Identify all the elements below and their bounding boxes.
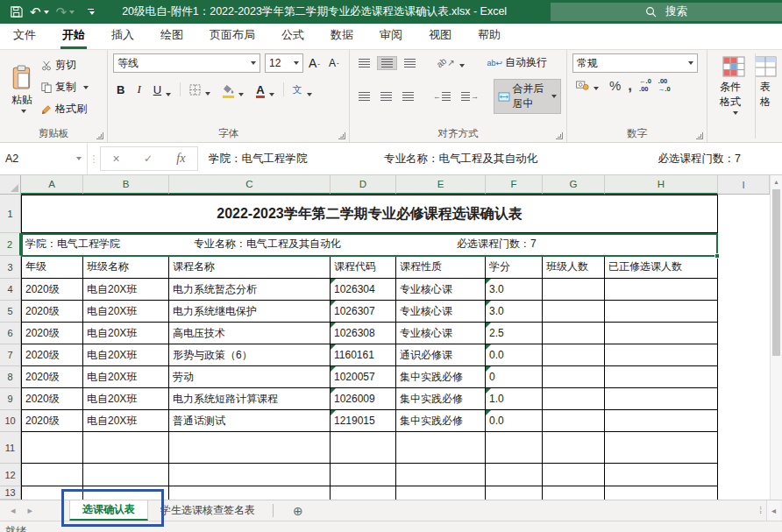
confirm-entry-button[interactable]: ✓ <box>144 153 153 165</box>
cell-B8[interactable]: 电自20X班 <box>83 366 169 388</box>
save-icon[interactable] <box>7 4 25 20</box>
row-header-9[interactable]: 9 <box>0 388 21 410</box>
column-header-C[interactable]: C <box>169 175 331 195</box>
hscroll-left-icon[interactable]: ◂ <box>766 500 780 521</box>
align-top-button[interactable] <box>355 57 373 69</box>
align-bottom-button[interactable] <box>401 57 419 69</box>
cell-F7[interactable]: 0.0 <box>486 344 543 366</box>
column-header-D[interactable]: D <box>331 175 396 195</box>
formula-content[interactable]: 学院：电气工程学院 专业名称：电气工程及其自动化 必选课程门数：7 <box>198 143 782 174</box>
cell-C4[interactable]: 电力系统暂态分析 <box>169 279 331 301</box>
row-header-1[interactable]: 1 <box>0 195 21 233</box>
customize-qat-button[interactable] <box>84 7 97 17</box>
font-name-combobox[interactable]: 等线 <box>113 53 260 73</box>
decrease-decimal-button[interactable]: .00→.0 <box>658 78 671 93</box>
row-header-7[interactable]: 7 <box>0 344 21 366</box>
scroll-up-icon[interactable]: ▲ <box>771 175 782 188</box>
cell-F9[interactable]: 1.0 <box>486 388 543 410</box>
sheet-tab-active[interactable]: 选课确认表 <box>69 500 148 521</box>
ribbon-tab-view[interactable]: 视图 <box>416 22 465 49</box>
cell-A5[interactable]: 2020级 <box>21 301 83 323</box>
cell-D10[interactable]: 1219015 <box>331 410 396 432</box>
cell-B7[interactable]: 电自20X班 <box>83 344 169 366</box>
conditional-formatting-button[interactable]: 条件格式 <box>713 53 755 138</box>
cell-E10[interactable]: 集中实践必修 <box>396 410 486 432</box>
cell-D8[interactable]: 1020057 <box>331 366 396 388</box>
row-header-13[interactable]: 13 <box>0 486 21 500</box>
sheet-tab-inactive[interactable]: 学生选课核查签名表 <box>148 500 267 521</box>
increase-decimal-button[interactable]: ←.0.00 <box>639 78 651 93</box>
sheet-nav-right-icon[interactable]: ▸ <box>28 505 33 516</box>
cell-F11[interactable] <box>486 432 543 464</box>
paste-button[interactable]: 粘贴 <box>5 53 39 124</box>
ribbon-tab-formulas[interactable]: 公式 <box>268 22 317 49</box>
name-box[interactable]: A2 <box>0 143 88 174</box>
cell-G8[interactable] <box>543 366 605 388</box>
cell-A9[interactable]: 2020级 <box>21 388 83 410</box>
select-all-corner[interactable] <box>0 175 21 195</box>
cell-D7[interactable]: 1160161 <box>331 344 396 366</box>
cell-E7[interactable]: 通识必修课 <box>396 344 486 366</box>
cell-G9[interactable] <box>543 388 605 410</box>
cell-G5[interactable] <box>543 301 605 323</box>
cell-H10[interactable] <box>605 410 718 432</box>
cell-C7[interactable]: 形势与政策（6） <box>169 344 331 366</box>
column-header-F[interactable]: F <box>486 175 543 195</box>
cell-F6[interactable]: 2.5 <box>486 323 543 344</box>
cell-A7[interactable]: 2020级 <box>21 344 83 366</box>
cell-G13[interactable] <box>543 486 605 500</box>
cell-D3[interactable]: 课程代码 <box>331 256 396 279</box>
cell-A10[interactable]: 2020级 <box>21 410 83 432</box>
orientation-button[interactable]: ab↗ <box>433 56 468 69</box>
ribbon-tab-file[interactable]: 文件 <box>0 22 49 49</box>
cell-C13[interactable] <box>169 486 331 500</box>
cell-C11[interactable] <box>169 432 331 464</box>
cell-G12[interactable] <box>543 464 605 486</box>
copy-button[interactable]: 复制 <box>39 78 91 96</box>
borders-button[interactable] <box>186 82 214 97</box>
cell-H11[interactable] <box>605 432 718 464</box>
merge-center-button[interactable]: 合并后居中 <box>494 79 562 114</box>
column-header-E[interactable]: E <box>396 175 486 195</box>
cell-G11[interactable] <box>543 432 605 464</box>
row-header-4[interactable]: 4 <box>0 279 21 301</box>
cell-D12[interactable] <box>331 464 396 486</box>
alignment-dialog-launcher[interactable] <box>556 132 563 139</box>
decrease-font-button[interactable]: Aˇ <box>325 55 343 71</box>
row-header-6[interactable]: 6 <box>0 323 21 344</box>
row-header-11[interactable]: 11 <box>0 432 21 464</box>
wrap-text-button[interactable]: ab↩ 自动换行 <box>484 53 551 72</box>
cell-A1-title[interactable]: 2022-2023学年第二学期专业必修课程选课确认表 <box>21 195 718 233</box>
cell-H5[interactable] <box>605 301 718 323</box>
cell-B13[interactable] <box>83 486 169 500</box>
cell-G7[interactable] <box>543 344 605 366</box>
new-sheet-button[interactable]: ⊕ <box>279 500 317 521</box>
cell-A6[interactable]: 2020级 <box>21 323 83 344</box>
column-header-G[interactable]: G <box>543 175 605 195</box>
cell-F4[interactable]: 3.0 <box>486 279 543 301</box>
column-header-I[interactable]: I <box>718 175 770 195</box>
row-header-12[interactable]: 12 <box>0 464 21 486</box>
cell-F8[interactable]: 0 <box>486 366 543 388</box>
cell-E4[interactable]: 专业核心课 <box>396 279 486 301</box>
cell-E5[interactable]: 专业核心课 <box>396 301 486 323</box>
phonetic-guide-button[interactable]: 文 <box>289 82 316 98</box>
cell-C5[interactable]: 电力系统继电保护 <box>169 301 331 323</box>
cell-G10[interactable] <box>543 410 605 432</box>
italic-button[interactable]: I <box>133 81 144 98</box>
cell-F5[interactable]: 3.0 <box>486 301 543 323</box>
cell-H12[interactable] <box>605 464 718 486</box>
cell-C12[interactable] <box>169 464 331 486</box>
cell-C3[interactable]: 课程名称 <box>169 256 331 279</box>
format-as-table-button[interactable]: 表格 <box>755 53 777 138</box>
row-header-5[interactable]: 5 <box>0 301 21 323</box>
column-header-H[interactable]: H <box>605 175 718 195</box>
redo-button[interactable]: ↷ <box>53 4 78 20</box>
cell-G6[interactable] <box>543 323 605 344</box>
cell-A11[interactable] <box>21 432 83 464</box>
cell-A2-info[interactable]: 学院：电气工程学院 专业名称：电气工程及其自动化 必选课程门数：7 <box>21 233 718 256</box>
vertical-scrollbar[interactable]: ▲ <box>770 175 782 500</box>
ribbon-tab-review[interactable]: 审阅 <box>366 22 416 49</box>
cell-B4[interactable]: 电自20X班 <box>83 279 169 301</box>
align-left-button[interactable] <box>355 90 373 103</box>
